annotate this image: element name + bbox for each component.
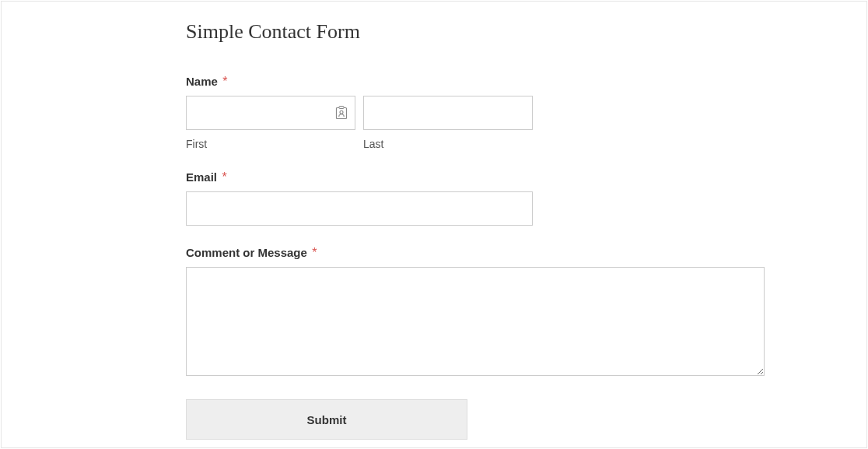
email-field-group: Email * (186, 170, 866, 226)
last-name-input[interactable] (363, 96, 533, 130)
first-name-sublabel: First (186, 138, 355, 150)
email-input[interactable] (186, 191, 533, 226)
first-name-input-wrap (186, 96, 355, 130)
message-field-group: Comment or Message * (186, 246, 866, 379)
email-label-row: Email * (186, 170, 866, 191)
name-inputs-row: First Last (186, 96, 866, 150)
message-label-row: Comment or Message * (186, 246, 866, 267)
name-label: Name (186, 75, 218, 88)
submit-button[interactable]: Submit (186, 399, 467, 440)
email-label: Email (186, 170, 217, 184)
message-textarea[interactable] (186, 267, 765, 376)
name-label-row: Name * (186, 75, 866, 96)
required-asterisk: * (312, 246, 317, 259)
first-name-input[interactable] (186, 96, 355, 130)
form-title: Simple Contact Form (186, 20, 866, 44)
message-label: Comment or Message (186, 246, 307, 259)
required-asterisk: * (222, 170, 226, 184)
name-field-group: Name * First (186, 75, 866, 150)
last-name-sublabel: Last (363, 138, 533, 150)
form-container: Simple Contact Form Name * (1, 1, 867, 448)
last-name-column: Last (363, 96, 533, 150)
first-name-column: First (186, 96, 355, 150)
required-asterisk: * (222, 75, 227, 88)
